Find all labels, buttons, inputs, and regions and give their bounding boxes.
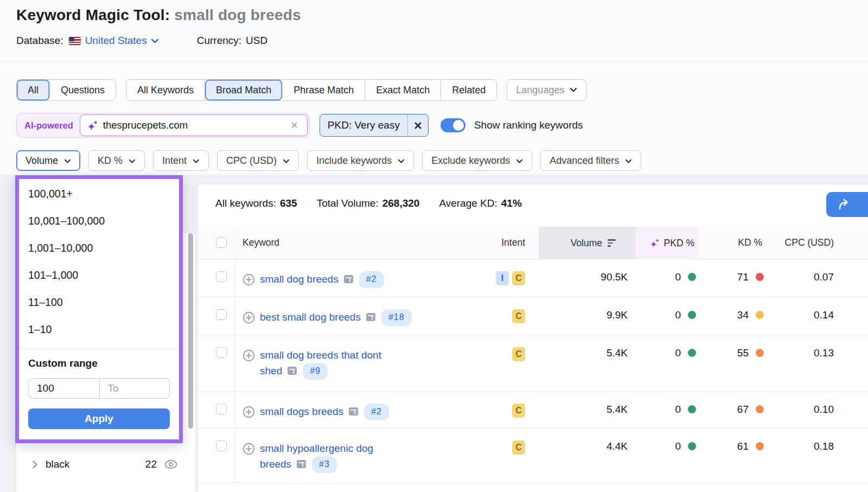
clear-search-icon[interactable]: ✕: [289, 120, 301, 131]
show-ranking-keywords-label: Show ranking keywords: [474, 119, 583, 131]
keyword-link[interactable]: best small dog breeds: [260, 311, 361, 323]
languages-dropdown-button[interactable]: Languages: [507, 79, 586, 101]
pkd-dot: [688, 349, 696, 357]
tab-all[interactable]: All: [17, 80, 50, 100]
tab-exact-match[interactable]: Exact Match: [365, 80, 441, 100]
show-ranking-keywords-toggle[interactable]: [441, 118, 465, 132]
group-count: 22: [145, 458, 157, 470]
volume-option-10-001-100-000[interactable]: 10,001–100,000: [28, 207, 179, 234]
header-cpc[interactable]: CPC (USD): [773, 227, 841, 259]
chevron-down-icon[interactable]: [151, 38, 159, 44]
chevron-down-icon: [283, 155, 290, 167]
share-icon: [837, 198, 851, 211]
add-keyword-icon[interactable]: [242, 443, 255, 455]
volume-option-1-10[interactable]: 1–10: [28, 316, 179, 343]
rank-badge: #2: [364, 404, 389, 420]
tab-related[interactable]: Related: [441, 80, 496, 100]
add-keyword-icon[interactable]: [242, 311, 255, 324]
pkd-dot: [688, 311, 696, 319]
row-checkbox[interactable]: [216, 440, 227, 451]
tab-questions[interactable]: Questions: [50, 80, 116, 100]
filter-advanced-filters-button[interactable]: Advanced filters: [540, 150, 641, 171]
serp-features-icon[interactable]: [296, 458, 307, 474]
row-checkbox[interactable]: [216, 271, 227, 282]
rank-badge: #18: [381, 309, 412, 326]
tab-broad-match[interactable]: Broad Match: [205, 80, 283, 100]
keyword-link[interactable]: small dog breeds: [260, 273, 339, 285]
row-checkbox-cell: [198, 335, 235, 391]
filter-cpc-usd-button[interactable]: CPC (USD): [217, 150, 299, 171]
cpc-value: 0.07: [773, 259, 841, 297]
intent-badge-c: C: [512, 347, 525, 361]
kd-cell: 61: [698, 429, 773, 482]
serp-features-icon[interactable]: [366, 311, 376, 327]
kd-dot: [756, 273, 764, 281]
apply-button[interactable]: Apply: [28, 408, 170, 429]
filter-exclude-keywords-button[interactable]: Exclude keywords: [422, 150, 532, 171]
kd-value: 34: [737, 309, 749, 321]
keyword-cell: best small dog breeds#18: [235, 297, 490, 335]
sidebar-scrollbar[interactable]: [188, 233, 193, 429]
volume-option-11-100[interactable]: 11–100: [28, 289, 179, 316]
add-keyword-icon[interactable]: [242, 273, 255, 286]
select-all-checkbox[interactable]: [216, 237, 227, 248]
volume-value: 90.5K: [539, 259, 636, 297]
filter-label: Exclude keywords: [431, 155, 510, 167]
eye-icon[interactable]: [164, 459, 178, 470]
custom-range-inputs: [28, 378, 170, 399]
pkd-cell: 0: [636, 297, 698, 335]
pkd-dot: [688, 405, 696, 413]
kd-dot: [756, 349, 764, 357]
database-label: Database:: [16, 35, 63, 47]
keyword-cell: small dog breeds#2: [235, 259, 490, 297]
table-row: small dog breeds that dontshed#9C5.4K055…: [198, 335, 868, 392]
volume-option-100-001[interactable]: 100,001+: [28, 180, 179, 207]
toggle-knob: [453, 120, 464, 131]
volume-option-101-1-000[interactable]: 101–1,000: [28, 261, 179, 289]
keyword-link[interactable]: small dogs breeds: [260, 406, 343, 417]
header-volume-sort[interactable]: Volume: [539, 227, 636, 259]
row-checkbox-cell: [198, 297, 235, 335]
kd-cell: 55: [698, 335, 773, 391]
header-pkd[interactable]: PKD %: [636, 227, 698, 259]
row-checkbox[interactable]: [216, 347, 227, 358]
table-header-row: Keyword Intent Volume PKD % KD % CPC (US…: [198, 227, 868, 259]
tab-all-keywords[interactable]: All Keywords: [126, 80, 205, 100]
keyword-flow: best small dog breeds#18: [260, 309, 412, 327]
add-keyword-icon[interactable]: [242, 349, 255, 362]
average-kd-label: Average KD:: [439, 197, 497, 209]
volume-option-1-001-10-000[interactable]: 1,001–10,000: [28, 234, 179, 261]
export-share-button[interactable]: [826, 192, 868, 217]
kd-value: 61: [737, 440, 749, 452]
serp-features-icon[interactable]: [287, 365, 297, 380]
stats-bar: All keywords:635 Total Volume:268,320 Av…: [215, 197, 522, 209]
total-volume-value: 268,320: [382, 197, 420, 209]
keyword-flow: small dog breeds#2: [260, 271, 384, 289]
range-from-input[interactable]: [29, 379, 99, 398]
intent-cell: IC: [490, 259, 539, 297]
header-kd[interactable]: KD %: [698, 227, 773, 259]
row-checkbox[interactable]: [216, 404, 227, 414]
add-keyword-icon[interactable]: [242, 406, 255, 418]
serp-features-icon[interactable]: [348, 405, 359, 421]
intent-badge-i: I: [496, 271, 509, 285]
tab-phrase-match[interactable]: Phrase Match: [283, 80, 365, 100]
database-select[interactable]: United States: [85, 35, 147, 47]
kd-cell: 34: [698, 297, 773, 335]
range-to-input[interactable]: [99, 379, 170, 398]
ai-powered-label: AI-powered: [24, 120, 73, 131]
pkd-value: 0: [675, 404, 681, 416]
serp-features-icon[interactable]: [343, 273, 354, 289]
chevron-down-icon: [398, 155, 405, 167]
filter-include-keywords-button[interactable]: Include keywords: [307, 150, 414, 171]
sidebar-item-black[interactable]: black 22: [31, 458, 178, 470]
kd-value: 67: [737, 404, 749, 416]
filter-volume-button[interactable]: Volume: [16, 150, 80, 171]
row-checkbox[interactable]: [216, 309, 227, 320]
tab-group-match-types: All KeywordsBroad MatchPhrase MatchExact…: [126, 79, 497, 101]
domain-search-input[interactable]: thesprucepets.com ✕: [80, 114, 308, 136]
filter-kd-button[interactable]: KD %: [88, 150, 145, 171]
pkd-chip-remove-icon[interactable]: [407, 114, 428, 136]
filter-intent-button[interactable]: Intent: [153, 150, 209, 171]
cpc-value: 0.10: [773, 392, 841, 428]
